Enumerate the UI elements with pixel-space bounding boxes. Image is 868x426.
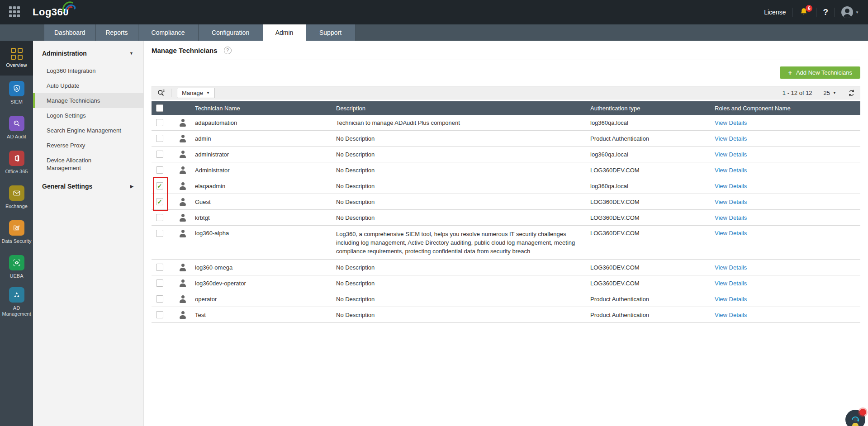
column-header-technician-name: Technician Name xyxy=(195,105,336,112)
page-size-dropdown[interactable]: 25 ▼ xyxy=(824,90,836,96)
row-checkbox[interactable] xyxy=(156,264,163,271)
main-content: Manage Technicians ? + Add New Technicia… xyxy=(144,41,868,426)
tab-admin[interactable]: Admin xyxy=(263,24,306,41)
technician-description: No Description xyxy=(336,182,590,190)
add-new-technicians-button[interactable]: + Add New Technicians xyxy=(780,66,860,79)
menu-item-manage-technicians[interactable]: Manage Technicians xyxy=(33,93,143,108)
rail-item-ad-management[interactable]: AD Management xyxy=(0,284,33,319)
table-body: adapautomationTechnician to manage ADAud… xyxy=(152,115,860,323)
row-checkbox[interactable] xyxy=(156,214,163,221)
rail-item-data-security[interactable]: Data Security xyxy=(0,215,33,250)
app-launcher-icon[interactable] xyxy=(9,6,21,18)
row-checkbox[interactable] xyxy=(156,230,163,237)
view-details-link[interactable]: View Details xyxy=(715,119,747,126)
topbar-divider xyxy=(792,8,792,17)
logo-swoosh-icon xyxy=(62,0,76,14)
log360-logo[interactable]: Log360 xyxy=(33,6,69,18)
page-help-icon[interactable]: ? xyxy=(224,47,232,54)
menu-item-logon-settings[interactable]: Logon Settings xyxy=(33,108,143,123)
overview-grid-icon xyxy=(11,48,23,60)
row-checkbox[interactable] xyxy=(156,119,163,126)
authentication-type: LOG360DEV.COM xyxy=(590,264,715,271)
authentication-type: Product Authentication xyxy=(590,135,715,142)
menu-section-administration[interactable]: Administration ▼ xyxy=(33,50,143,57)
row-checkbox[interactable] xyxy=(156,135,163,142)
view-details-link[interactable]: View Details xyxy=(715,230,747,237)
technician-person-icon xyxy=(180,279,186,287)
user-menu[interactable]: ▼ xyxy=(841,6,859,18)
rail-item-office365[interactable]: Office 365 xyxy=(0,145,33,180)
tab-dashboard[interactable]: Dashboard xyxy=(44,24,96,41)
technician-description: No Description xyxy=(336,134,590,143)
rail-label: AD Audit xyxy=(7,134,26,140)
row-checkbox[interactable] xyxy=(156,311,163,318)
menu-section-general-settings[interactable]: General Settings ▶ xyxy=(33,183,143,190)
rail-label: SIEM xyxy=(10,99,23,105)
technician-row: TestNo DescriptionProduct Authentication… xyxy=(152,307,860,323)
module-rail: Overview SIEM AD Audit Office 365 Exchan… xyxy=(0,41,33,426)
row-checkbox[interactable] xyxy=(156,182,163,189)
technician-description: No Description xyxy=(336,166,590,175)
technician-name: operator xyxy=(195,296,336,303)
magnifier-icon xyxy=(9,116,24,131)
technician-name: Administrator xyxy=(195,167,336,174)
view-details-link[interactable]: View Details xyxy=(715,199,747,205)
authentication-type: LOG360DEV.COM xyxy=(590,199,715,205)
tab-compliance[interactable]: Compliance xyxy=(138,24,199,41)
license-link[interactable]: License xyxy=(764,9,786,16)
view-details-link[interactable]: View Details xyxy=(715,312,747,318)
row-checkbox[interactable] xyxy=(156,151,163,158)
page-title: Manage Technicians xyxy=(152,47,218,54)
technician-name: administrator xyxy=(195,151,336,158)
support-chat-button[interactable] xyxy=(845,410,865,426)
notification-count-badge: 6 xyxy=(806,5,812,12)
notifications-bell-icon[interactable]: 6 xyxy=(799,7,810,18)
rail-item-exchange[interactable]: Exchange xyxy=(0,180,33,215)
refresh-icon[interactable] xyxy=(848,89,855,97)
help-icon[interactable]: ? xyxy=(823,7,828,17)
row-checkbox[interactable] xyxy=(156,295,163,303)
technician-person-icon xyxy=(180,295,186,303)
technician-row: log360-omegaNo DescriptionLOG360DEV.COMV… xyxy=(152,260,860,275)
manage-dropdown[interactable]: Manage ▼ xyxy=(177,88,215,98)
technician-row: log360dev-operatorNo DescriptionLOG360DE… xyxy=(152,275,860,291)
tab-configuration[interactable]: Configuration xyxy=(199,24,263,41)
technician-person-icon xyxy=(180,151,186,158)
row-checkbox[interactable] xyxy=(156,166,163,174)
view-details-link[interactable]: View Details xyxy=(715,183,747,189)
view-details-link[interactable]: View Details xyxy=(715,151,747,158)
rail-item-ad-audit[interactable]: AD Audit xyxy=(0,110,33,145)
tab-support[interactable]: Support xyxy=(306,24,356,41)
menu-item-auto-update[interactable]: Auto Update xyxy=(33,78,143,93)
authentication-type: Product Authentication xyxy=(590,296,715,303)
view-details-link[interactable]: View Details xyxy=(715,167,747,174)
view-details-link[interactable]: View Details xyxy=(715,280,747,287)
rail-item-ueba[interactable]: UEBA xyxy=(0,250,33,284)
technician-name: adapautomation xyxy=(195,119,336,126)
rail-item-siem[interactable]: SIEM xyxy=(0,76,33,110)
row-checkbox[interactable] xyxy=(156,279,163,287)
view-details-link[interactable]: View Details xyxy=(715,264,747,271)
rail-item-overview[interactable]: Overview xyxy=(0,41,33,76)
rail-label: Overview xyxy=(6,62,27,68)
advanced-search-icon[interactable] xyxy=(157,88,166,97)
row-checkbox[interactable] xyxy=(156,198,163,205)
technician-name: Test xyxy=(195,312,336,318)
page-size-value: 25 xyxy=(824,90,830,96)
menu-item-device-allocation-management[interactable]: Device Allocation Management xyxy=(33,153,135,175)
view-details-link[interactable]: View Details xyxy=(715,214,747,221)
chevron-right-icon: ▶ xyxy=(130,184,133,189)
menu-item-log360-integration[interactable]: Log360 Integration xyxy=(33,63,143,78)
select-all-checkbox[interactable] xyxy=(156,104,163,112)
menu-item-search-engine-management[interactable]: Search Engine Management xyxy=(33,123,143,138)
view-details-link[interactable]: View Details xyxy=(715,135,747,142)
tab-reports[interactable]: Reports xyxy=(96,24,138,41)
technician-person-icon xyxy=(180,135,186,142)
table-toolbar: Manage ▼ 1 - 12 of 12 25 ▼ xyxy=(152,86,860,99)
menu-section-label: Administration xyxy=(42,50,87,57)
technician-name: admin xyxy=(195,135,336,142)
technician-name: log360-omega xyxy=(195,264,336,271)
technician-person-icon xyxy=(180,264,186,271)
view-details-link[interactable]: View Details xyxy=(715,296,747,303)
menu-item-reverse-proxy[interactable]: Reverse Proxy xyxy=(33,138,143,153)
